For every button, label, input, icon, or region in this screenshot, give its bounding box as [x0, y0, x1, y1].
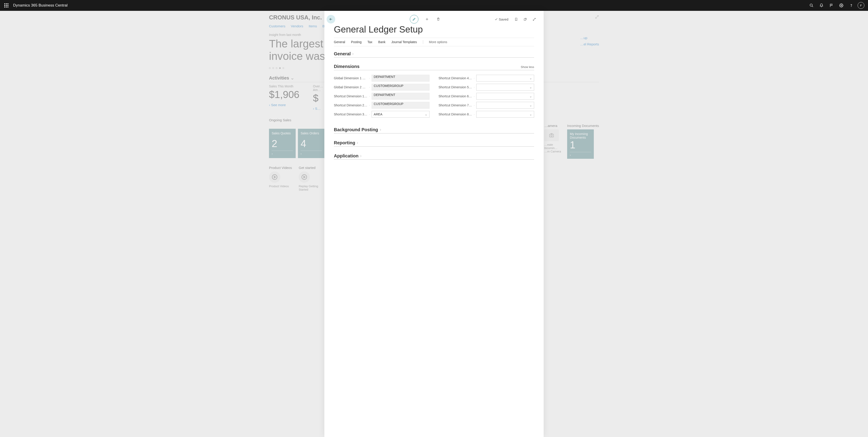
saved-indicator: Saved [495, 18, 508, 21]
popout-icon[interactable] [521, 18, 530, 21]
fasttab-general[interactable]: General [334, 51, 534, 58]
field-shortcut-dim-3: Shortcut Dimension 3… · AREA⌄ [334, 111, 430, 117]
field-global-dim-1: Global Dimension 1 C… · DEPARTMENT [334, 75, 430, 81]
chevron-right-icon [379, 129, 382, 131]
delete-button[interactable] [434, 18, 443, 21]
app-launcher-icon[interactable] [2, 1, 10, 9]
input-shortcut-dim-6[interactable]: ⌄ [476, 93, 534, 100]
dimensions-grid: Global Dimension 1 C… · DEPARTMENT Short… [334, 75, 534, 117]
chevron-down-icon: ⌄ [425, 112, 428, 116]
chevron-down-icon: ⌄ [529, 86, 532, 89]
svg-point-0 [810, 4, 812, 6]
field-shortcut-dim-6: Shortcut Dimension 6… · ⌄ [438, 93, 534, 100]
field-global-dim-2: Global Dimension 2 C… · CUSTOMERGROUP [334, 84, 430, 91]
chevron-down-icon: ⌄ [529, 76, 532, 80]
input-global-dim-2[interactable]: CUSTOMERGROUP [372, 84, 430, 91]
modal-toolbar: Saved [327, 15, 539, 24]
input-shortcut-dim-1[interactable]: DEPARTMENT [372, 93, 430, 100]
back-button[interactable] [327, 15, 335, 24]
page-title: General Ledger Setup [334, 24, 534, 35]
new-button[interactable] [423, 18, 432, 21]
tab-posting[interactable]: Posting [351, 40, 362, 44]
show-less-link[interactable]: Show less [521, 65, 534, 69]
input-shortcut-dim-8[interactable]: ⌄ [476, 111, 534, 117]
fasttab-application[interactable]: Application [334, 153, 534, 160]
chevron-down-icon: ⌄ [529, 112, 532, 116]
bookmark-icon[interactable] [512, 18, 521, 21]
svg-point-2 [841, 5, 842, 6]
tab-bank[interactable]: Bank [378, 40, 385, 44]
svg-line-1 [812, 6, 813, 7]
fasttab-reporting[interactable]: Reporting [334, 140, 534, 146]
top-bar: Dynamics 365 Business Central F [0, 0, 868, 11]
settings-icon[interactable] [836, 0, 846, 11]
chevron-down-icon: ⌄ [529, 103, 532, 107]
field-shortcut-dim-2: Shortcut Dimension 2… · CUSTOMERGROUP [334, 102, 430, 109]
divider [423, 40, 423, 44]
fasttab-background-posting[interactable]: Background Posting [334, 127, 534, 133]
input-global-dim-1[interactable]: DEPARTMENT [372, 75, 430, 81]
search-icon[interactable] [807, 0, 816, 11]
fasttab-dimensions[interactable]: Dimensions Show less [334, 64, 534, 70]
tab-tax[interactable]: Tax [368, 40, 373, 44]
input-shortcut-dim-2[interactable]: CUSTOMERGROUP [372, 102, 430, 109]
user-avatar[interactable]: F [858, 2, 864, 9]
more-options-link[interactable]: More options [429, 40, 447, 44]
input-shortcut-dim-7[interactable]: ⌄ [476, 102, 534, 109]
svg-rect-12 [524, 19, 526, 21]
app-name: Dynamics 365 Business Central [13, 3, 68, 8]
notifications-icon[interactable] [816, 0, 827, 11]
field-shortcut-dim-1: Shortcut Dimension 1… · DEPARTMENT [334, 93, 430, 100]
chevron-right-icon [360, 155, 362, 158]
field-shortcut-dim-7: Shortcut Dimension 7… · ⌄ [438, 102, 534, 109]
tab-journal-templates[interactable]: Journal Templates [391, 40, 417, 44]
tab-general[interactable]: General [334, 40, 345, 44]
field-shortcut-dim-8: Shortcut Dimension 8… · ⌄ [438, 111, 534, 117]
chevron-down-icon: ⌄ [529, 94, 532, 98]
chevron-right-icon [351, 53, 354, 55]
input-shortcut-dim-5[interactable]: ⌄ [476, 84, 534, 91]
field-shortcut-dim-5: Shortcut Dimension 5… · ⌄ [438, 84, 534, 91]
field-shortcut-dim-4: Shortcut Dimension 4… · ⌄ [438, 75, 534, 81]
flag-icon[interactable] [827, 0, 836, 11]
input-shortcut-dim-4[interactable]: ⌄ [476, 75, 534, 81]
chevron-right-icon [356, 142, 359, 144]
tab-row: General Posting Tax Bank Journal Templat… [334, 38, 534, 46]
fullscreen-icon[interactable] [530, 18, 539, 21]
input-shortcut-dim-3[interactable]: AREA⌄ [372, 111, 430, 117]
edit-button[interactable] [410, 15, 418, 24]
help-icon[interactable] [846, 0, 856, 11]
general-ledger-setup-panel: Saved General Ledger Setup General Posti… [324, 11, 544, 437]
